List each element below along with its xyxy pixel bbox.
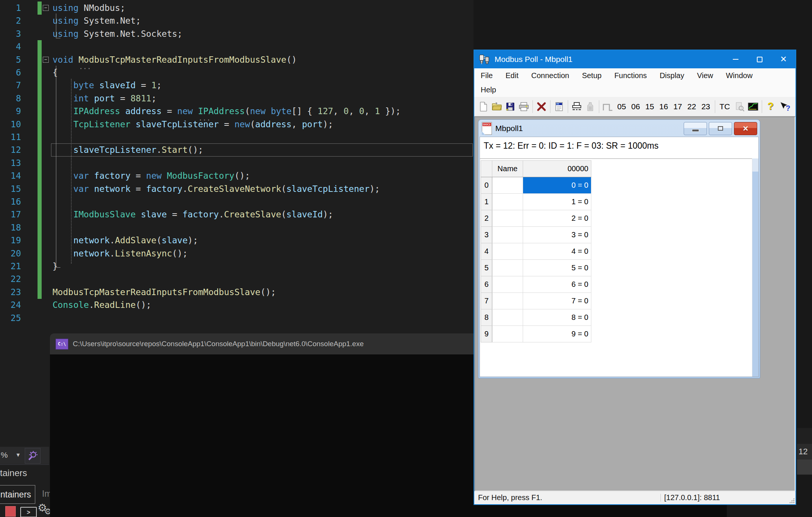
grid-cell-value[interactable]: 9 = 0 xyxy=(523,326,591,342)
line-number: 2 xyxy=(0,14,21,27)
stop-button[interactable] xyxy=(5,506,16,517)
grid-cell-value[interactable]: 4 = 0 xyxy=(523,243,591,260)
code-line[interactable]: 3using System.Net.Sockets; xyxy=(0,27,474,41)
resize-grip[interactable] xyxy=(789,498,794,503)
grid-row-header[interactable]: 6 xyxy=(481,276,492,293)
grid-row: 55 = 0 xyxy=(481,260,591,276)
communication-traffic-icon[interactable] xyxy=(570,99,583,115)
context-help-icon[interactable]: ? xyxy=(777,99,791,115)
toolbar-button-17[interactable]: 17 xyxy=(671,99,684,115)
open-file-icon[interactable] xyxy=(490,99,504,115)
menu-item-file[interactable]: File xyxy=(474,68,499,83)
child-content: Tx = 12: Err = 0: ID = 1: F = 03: SR = 1… xyxy=(480,137,759,377)
code-text: IModbusSlave slave = factory.CreateSlave… xyxy=(53,208,333,221)
grid-cell-value[interactable]: 3 = 0 xyxy=(523,227,591,243)
grid-header-Name[interactable]: Name xyxy=(492,161,523,177)
toolbar-button-22[interactable]: 22 xyxy=(685,99,699,115)
chart-icon[interactable] xyxy=(746,99,760,115)
minimize-button[interactable] xyxy=(723,50,747,68)
code-line[interactable]: 1−using NModbus; xyxy=(0,2,474,15)
vertical-scrollbar[interactable] xyxy=(752,158,758,377)
toolbar-button-06[interactable]: 06 xyxy=(629,99,642,115)
tab-containers[interactable]: ntainers xyxy=(0,485,35,504)
help-icon[interactable]: ? xyxy=(764,99,777,115)
grid-cell-name[interactable] xyxy=(492,276,523,293)
line-number: 19 xyxy=(0,234,21,247)
toolbar-button-15[interactable]: 15 xyxy=(643,99,657,115)
quick-actions-button[interactable] xyxy=(25,448,41,464)
grid-cell-name[interactable] xyxy=(492,309,523,326)
read-write-definition-icon[interactable] xyxy=(552,99,566,115)
grid-row-header[interactable]: 9 xyxy=(481,326,492,342)
grid-cell-value[interactable]: 1 = 0 xyxy=(523,194,591,210)
child-restore-button[interactable] xyxy=(709,122,732,135)
toolbar-button-16[interactable]: 16 xyxy=(657,99,671,115)
grid-cell-name[interactable] xyxy=(492,227,523,243)
collapse-icon[interactable]: − xyxy=(43,5,49,11)
grid-row-header[interactable]: 7 xyxy=(481,293,492,309)
grid-row-header[interactable]: 0 xyxy=(481,177,492,194)
grid-cell-value[interactable]: 7 = 0 xyxy=(523,293,591,309)
grid-header-00000[interactable]: 00000 xyxy=(523,161,591,177)
save-icon[interactable] xyxy=(504,99,517,115)
line-number: 1 xyxy=(0,2,21,15)
new-file-icon[interactable] xyxy=(477,99,490,115)
child-close-button[interactable]: ✕ xyxy=(734,122,757,135)
toolbar-button-tc[interactable]: TC xyxy=(717,99,733,115)
toolbar-button-05[interactable]: 05 xyxy=(615,99,629,115)
grid-cell-value[interactable]: 5 = 0 xyxy=(523,260,591,276)
grid-cell-name[interactable] xyxy=(492,210,523,227)
terminal-icon[interactable]: > xyxy=(20,507,37,517)
code-line[interactable]: 6{ xyxy=(0,66,474,79)
mdi-client-area: DOC1 Mbpoll1 ✕ Tx = 12: Err = 0: ID = 1:… xyxy=(474,116,795,491)
menu-item-display[interactable]: Display xyxy=(653,68,691,83)
menu-item-setup[interactable]: Setup xyxy=(576,68,608,83)
maximize-icon xyxy=(757,57,762,62)
menu-item-window[interactable]: Window xyxy=(719,68,759,83)
code-line[interactable]: 23ModbusTcpMasterReadInputsFromModbusSla… xyxy=(0,286,474,299)
grid-cell-name[interactable] xyxy=(492,293,523,309)
disconnect-icon[interactable] xyxy=(535,99,548,115)
code-line[interactable]: 22 xyxy=(0,273,474,286)
change-tracking-bar xyxy=(38,195,42,208)
menu-item-help[interactable]: Help xyxy=(474,83,502,97)
code-line[interactable]: 24Console.ReadLine(); xyxy=(0,298,474,312)
collapse-icon[interactable]: − xyxy=(43,57,49,63)
grid-row-header[interactable]: 4 xyxy=(481,243,492,260)
grid-cell-name[interactable] xyxy=(492,177,523,194)
grid-cell-value[interactable]: 8 = 0 xyxy=(523,309,591,326)
code-line[interactable]: 2using System.Net; xyxy=(0,14,474,27)
menu-bar: FileEditConnectionSetupFunctionsDisplayV… xyxy=(474,68,795,97)
grid-row-header[interactable]: 1 xyxy=(481,194,492,210)
grid-row-header[interactable]: 5 xyxy=(481,260,492,276)
print-icon[interactable] xyxy=(517,99,531,115)
grid-cell-name[interactable] xyxy=(492,260,523,276)
status-separator xyxy=(660,494,661,502)
grid-row-header[interactable]: 3 xyxy=(481,227,492,243)
code-text: int port = 8811; xyxy=(53,92,156,105)
grid-cell-value[interactable]: 2 = 0 xyxy=(523,210,591,227)
menu-item-functions[interactable]: Functions xyxy=(608,68,653,83)
grid-cell-name[interactable] xyxy=(492,326,523,342)
toolbar-button-23[interactable]: 23 xyxy=(699,99,713,115)
grid-cell-value[interactable]: 0 = 0 xyxy=(523,177,591,194)
code-line[interactable]: 4 xyxy=(0,40,474,53)
menu-item-view[interactable]: View xyxy=(690,68,719,83)
grid-row: 22 = 0 xyxy=(481,210,591,227)
close-button[interactable]: ✕ xyxy=(771,50,795,68)
grid-row-header[interactable]: 2 xyxy=(481,210,492,227)
code-line[interactable]: 5−void ModbusTcpMasterReadInputsFromModb… xyxy=(0,53,474,66)
window-titlebar[interactable]: Modbus Poll - Mbpoll1 ✕ xyxy=(474,50,795,68)
grid-row-header[interactable]: 8 xyxy=(481,309,492,326)
grid-cell-value[interactable]: 6 = 0 xyxy=(523,276,591,293)
grid-header-corner[interactable] xyxy=(481,161,492,177)
child-titlebar[interactable]: DOC1 Mbpoll1 ✕ xyxy=(480,121,759,136)
menu-item-connection[interactable]: Connection xyxy=(525,68,576,83)
chevron-down-icon[interactable]: ▾ xyxy=(17,451,20,459)
grid-cell-name[interactable] xyxy=(492,194,523,210)
maximize-button[interactable] xyxy=(747,50,771,68)
code-line[interactable]: 25 xyxy=(0,312,474,325)
menu-item-edit[interactable]: Edit xyxy=(499,68,525,83)
child-minimize-button[interactable] xyxy=(684,122,707,135)
grid-cell-name[interactable] xyxy=(492,243,523,260)
